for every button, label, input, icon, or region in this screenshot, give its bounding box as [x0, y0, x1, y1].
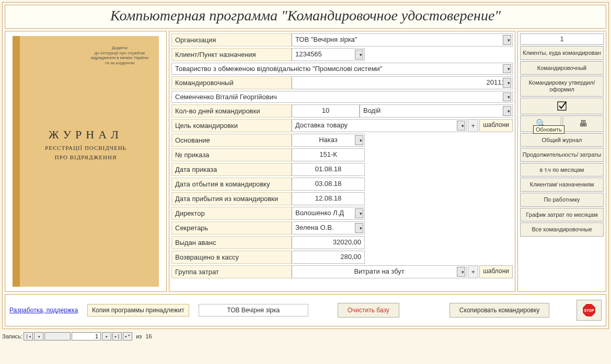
days-input[interactable]: 10 [292, 104, 360, 118]
duration-button[interactable]: Продолжительность/ затраты [520, 148, 604, 162]
nav-slider[interactable] [44, 332, 71, 340]
arrive-input[interactable]: 12.08.18 [292, 192, 365, 205]
nav-current-input[interactable] [72, 332, 101, 340]
by-month-button[interactable]: в т.ч по месяцам [520, 163, 604, 177]
footer-panel: Разработка, поддержка Копия программы пр… [5, 294, 606, 326]
client-code-select[interactable]: 1234565 [292, 48, 365, 61]
org-label: Организация [171, 33, 292, 46]
basis-select[interactable]: Наказ [292, 134, 365, 147]
refresh-tooltip: Обновить [533, 125, 564, 134]
goal-select[interactable]: Доставка товару [292, 119, 467, 132]
check-button[interactable] [520, 98, 604, 114]
advance-label: Выдан аванс [171, 236, 292, 249]
record-number: 1 [520, 33, 604, 45]
stop-button[interactable]: STOP [577, 300, 602, 321]
director-select[interactable]: Волошенко Л.Д [292, 207, 365, 220]
nav-label: Запись: [2, 333, 22, 339]
journal-button[interactable]: Общий журнал [520, 133, 604, 147]
group-add-button[interactable]: + [468, 265, 478, 278]
by-client-button[interactable]: Клиентам/ назначениям [520, 178, 604, 192]
org-select[interactable]: ТОВ "Вечірня зірка" [292, 33, 513, 46]
order-date-input[interactable]: 01.08.18 [292, 163, 365, 176]
client-label: Клиент/Пункт назначения [171, 48, 292, 61]
book-subtitle-2: ПРО ВІДРЯДЖЕННЯ [55, 154, 117, 160]
basis-label: Основание [171, 134, 292, 147]
group-select[interactable]: Витрати на збут [292, 265, 467, 278]
goal-templates-button[interactable]: шаблони [479, 119, 513, 132]
nav-of-label: из [136, 333, 142, 339]
depart-label: Дата отбытия в командировку [171, 178, 292, 191]
book-subtitle-1: РЕЄСТРАЦІЇ ПОСВІДЧЕНЬ [45, 145, 126, 151]
nav-prev-button[interactable]: ◂ [34, 332, 43, 340]
nav-next-button[interactable]: ▸ [102, 332, 111, 340]
app-title: Компьютерная программа "Командировочное … [5, 5, 606, 29]
book-caption-4: та за кордоном [91, 61, 148, 66]
nav-new-button[interactable]: ▸* [123, 332, 132, 340]
search-button[interactable]: 🔍 Обновить [520, 115, 561, 132]
approved-button[interactable]: Командировку утвердил/оформил [520, 76, 604, 96]
stop-icon: STOP [582, 303, 596, 318]
group-label: Группа затрат [171, 265, 292, 278]
clients-button[interactable]: Клиенты, куда командирован [520, 46, 604, 60]
book-panel: Додаток до інструкції про службові відря… [5, 31, 167, 292]
side-panel: 1 Клиенты, куда командирован Командирово… [517, 31, 606, 292]
director-label: Директор [171, 207, 292, 220]
form-panel: Организация ТОВ "Вечірня зірка" Клиент/П… [169, 31, 515, 292]
by-worker-button[interactable]: По работнику [520, 193, 604, 207]
days-label: Кол-во дней командировки [171, 104, 292, 118]
nav-first-button[interactable]: |◂ [24, 332, 33, 340]
komand-button[interactable]: Командировочный [520, 61, 604, 75]
chart-button[interactable]: График затрат по месяцам [520, 208, 604, 222]
komand-label: Командировочный [171, 76, 292, 89]
clear-db-button[interactable]: Очистить базу [338, 303, 399, 318]
secretary-select[interactable]: Зелена О.В. [292, 221, 365, 234]
copy-owner: ТОВ Вечірня зірка [199, 304, 308, 316]
arrive-label: Дата прибытия из командировки [171, 192, 292, 205]
return-label: Возвращено в кассу [171, 251, 292, 264]
person-select[interactable]: Семенченко Віталій Георгійович [171, 91, 513, 103]
order-no-input[interactable]: 151-К [292, 148, 365, 161]
all-button[interactable]: Все командировочные [520, 222, 604, 237]
book-caption-3: відрядження в межах України [91, 55, 148, 61]
book-caption-2: до інструкції про службові [91, 51, 148, 56]
print-icon: 🖶 [579, 119, 587, 128]
nav-total: 16 [145, 333, 152, 339]
check-icon [556, 101, 568, 111]
position-select[interactable]: Водій [360, 104, 513, 118]
order-no-label: № приказа [171, 148, 292, 161]
book-caption-1: Додаток [91, 45, 148, 51]
secretary-label: Секретарь [171, 221, 292, 234]
order-date-label: Дата приказа [171, 163, 292, 176]
copy-trip-button[interactable]: Скопировать командировку [449, 303, 549, 318]
group-templates-button[interactable]: шаблони [479, 265, 513, 278]
depart-input[interactable]: 03.08.18 [292, 178, 365, 191]
nav-last-button[interactable]: ▸| [112, 332, 122, 340]
client-full-select[interactable]: Товариство з обмеженою відповідальністю … [171, 63, 513, 75]
dev-link[interactable]: Разработка, поддержка [9, 307, 78, 314]
journal-cover: Додаток до інструкції про службові відря… [13, 36, 159, 287]
record-navigator: Запись: |◂ ◂ ▸ ▸| ▸* из 16 [2, 331, 609, 342]
komand-select[interactable]: 201111 [292, 76, 513, 89]
goal-label: Цель командировки [171, 119, 292, 132]
copy-label: Копия программы принадлежит [87, 304, 189, 316]
goal-add-button[interactable]: + [468, 119, 478, 132]
svg-text:STOP: STOP [584, 309, 594, 312]
print-button[interactable]: 🖶 [562, 115, 604, 132]
return-input[interactable]: 280,00 [292, 251, 365, 264]
book-title: ЖУРНАЛ [49, 128, 123, 142]
advance-input[interactable]: 32020,00 [292, 236, 365, 249]
